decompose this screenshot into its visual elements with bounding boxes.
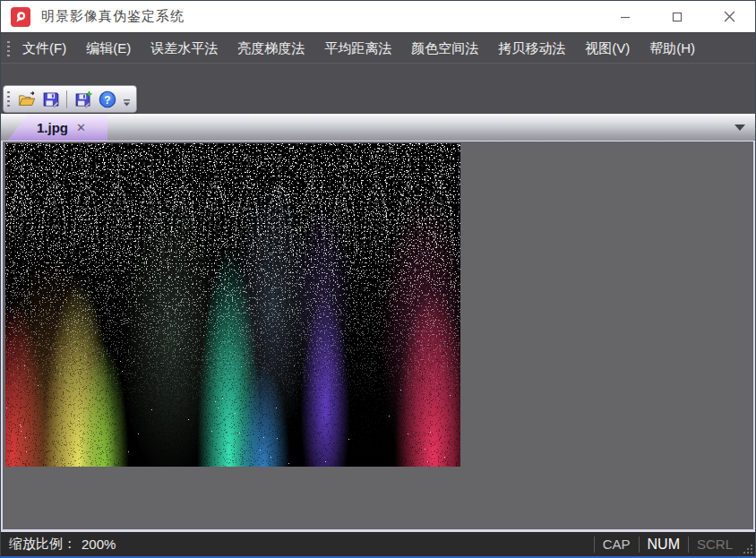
menu-grip[interactable] bbox=[4, 39, 13, 57]
status-bar: 缩放比例： 200% CAPNUMSCRL bbox=[1, 532, 755, 556]
menu-item-help[interactable]: 帮助(H) bbox=[640, 40, 705, 56]
minimize-icon bbox=[620, 12, 631, 22]
menu-item-average-distance-method[interactable]: 平均距离法 bbox=[314, 40, 401, 56]
app-window: 明景影像真伪鉴定系统 文件(F)编辑(E)误差水平法亮度梯度法平均距离法颜色空间… bbox=[0, 0, 756, 558]
keyboard-indicators: CAPNUMSCRL bbox=[594, 532, 741, 556]
window-controls bbox=[599, 1, 755, 32]
tab-close-icon[interactable]: ✕ bbox=[76, 122, 86, 133]
indicator-cap: CAP bbox=[594, 537, 639, 553]
chevron-down-icon bbox=[123, 99, 131, 107]
toolbar-strip: ? bbox=[1, 63, 755, 114]
zoom-ratio-value: 200% bbox=[82, 537, 116, 552]
image-canvas[interactable] bbox=[1, 141, 755, 532]
menu-item-color-space-method[interactable]: 颜色空间法 bbox=[401, 40, 488, 56]
toolbar: ? bbox=[3, 85, 137, 113]
maximize-button[interactable] bbox=[651, 1, 703, 32]
tab-bar: 1.jpg ✕ bbox=[1, 114, 755, 141]
tab-label: 1.jpg bbox=[37, 120, 68, 135]
menu-item-edit[interactable]: 编辑(E) bbox=[76, 40, 141, 56]
help-icon: ? bbox=[98, 90, 117, 109]
resize-grip[interactable] bbox=[741, 532, 755, 556]
indicator-scrl: SCRL bbox=[688, 537, 741, 553]
toolbar-help-button[interactable]: ? bbox=[95, 87, 119, 111]
toolbar-grip[interactable] bbox=[5, 90, 12, 108]
menu-item-luminance-gradient-method[interactable]: 亮度梯度法 bbox=[228, 40, 314, 56]
toolbar-save-as-button[interactable] bbox=[71, 87, 95, 111]
viewer-image bbox=[5, 143, 460, 467]
save-as-icon bbox=[73, 90, 93, 109]
close-button[interactable] bbox=[703, 1, 755, 32]
minimize-button[interactable] bbox=[599, 1, 651, 32]
menu-item-copy-move-method[interactable]: 拷贝移动法 bbox=[488, 40, 575, 56]
tab-1jpg[interactable]: 1.jpg ✕ bbox=[7, 115, 107, 141]
close-icon bbox=[724, 11, 735, 22]
menu-item-error-level-method[interactable]: 误差水平法 bbox=[141, 40, 228, 56]
indicator-num: NUM bbox=[639, 537, 688, 553]
menu-items: 文件(F)编辑(E)误差水平法亮度梯度法平均距离法颜色空间法拷贝移动法视图(V)… bbox=[13, 33, 705, 64]
zoom-ratio-label: 缩放比例： bbox=[9, 536, 76, 553]
menu-item-view[interactable]: 视图(V) bbox=[575, 40, 640, 56]
folder-open-icon bbox=[17, 90, 37, 109]
save-icon bbox=[41, 90, 61, 109]
chat-bubble-icon bbox=[13, 10, 28, 24]
toolbar-separator bbox=[66, 90, 67, 108]
resize-grip-icon bbox=[743, 544, 753, 554]
menu-item-file[interactable]: 文件(F) bbox=[13, 40, 76, 56]
maximize-icon bbox=[672, 12, 683, 22]
title-bar: 明景影像真伪鉴定系统 bbox=[1, 1, 755, 32]
tab-list-dropdown-icon[interactable] bbox=[735, 124, 745, 131]
svg-text:?: ? bbox=[104, 93, 110, 106]
app-icon bbox=[11, 7, 30, 27]
toolbar-save-button[interactable] bbox=[39, 87, 63, 111]
window-title: 明景影像真伪鉴定系统 bbox=[41, 8, 185, 25]
toolbar-overflow-button[interactable] bbox=[121, 87, 133, 111]
ela-spray-visualization bbox=[5, 143, 460, 467]
toolbar-buttons: ? bbox=[14, 87, 119, 111]
menu-bar: 文件(F)编辑(E)误差水平法亮度梯度法平均距离法颜色空间法拷贝移动法视图(V)… bbox=[1, 32, 755, 63]
toolbar-open-button[interactable] bbox=[14, 87, 39, 111]
